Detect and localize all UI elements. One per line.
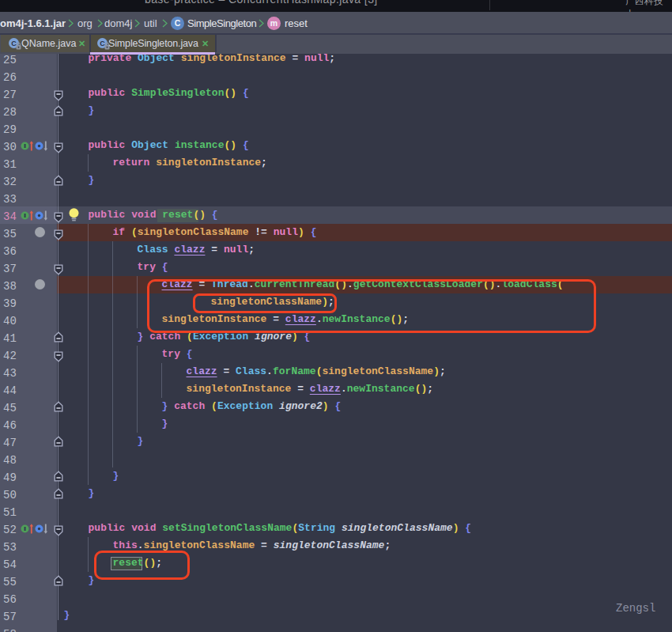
svg-text:C: C: [11, 40, 17, 47]
svg-text:C: C: [100, 40, 105, 47]
